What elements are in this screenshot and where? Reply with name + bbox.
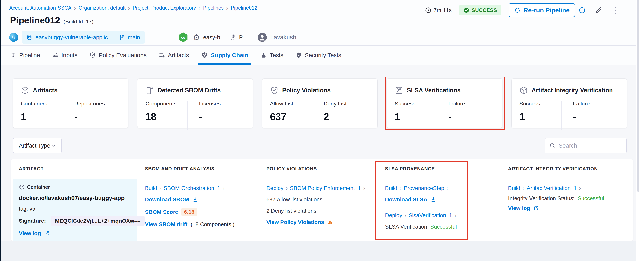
slsa-step1-link[interactable]: ProvenanceStep xyxy=(404,185,444,191)
git-branch-icon xyxy=(119,35,124,40)
sbom-score-link[interactable]: SBOM Score xyxy=(145,209,178,215)
metric-label: Allow List xyxy=(270,101,312,107)
tab-inputs[interactable]: Inputs xyxy=(52,46,78,65)
signature-label: Signature: xyxy=(19,218,46,224)
breadcrumb-account[interactable]: Account: Automation-SSCA xyxy=(9,5,72,11)
metric-label: Failure xyxy=(448,101,494,107)
metric-value: 637 xyxy=(270,111,312,122)
card-policy-violations: Policy Violations Allow List637 Deny Lis… xyxy=(262,79,378,128)
integrity-status-value: Successful xyxy=(578,195,604,202)
tab-tests[interactable]: Tests xyxy=(260,46,284,65)
tab-supply-chain[interactable]: Supply Chain xyxy=(201,46,248,65)
tab-label: Artifacts xyxy=(168,52,189,58)
artifact-cell: Container docker.io/lavakush07/easy-bugg… xyxy=(11,179,137,242)
scrollbar-thumb[interactable] xyxy=(637,0,640,192)
slsa-stage1-link[interactable]: Build xyxy=(385,185,397,191)
artifact-tag: tag: v5 xyxy=(19,206,131,212)
rerun-pipeline-button[interactable]: Re-run Pipeline xyxy=(509,3,575,17)
column-header-sbom: SBOM and Drift Analysis xyxy=(137,166,258,172)
duration-text: 7m 11s xyxy=(434,7,452,13)
view-log-link[interactable]: View log xyxy=(19,230,41,237)
gear-icon: ⚙ xyxy=(193,33,200,41)
sbom-score-badge: 6.13 xyxy=(181,208,197,216)
view-sbom-drift-link[interactable]: View SBOM drift xyxy=(145,221,188,228)
shield-check-icon xyxy=(90,52,96,58)
branch-link[interactable]: main xyxy=(128,34,140,41)
chevron-right-icon: › xyxy=(160,185,161,191)
column-header-artifact: Artifact xyxy=(11,166,137,172)
metric-value: - xyxy=(573,111,619,122)
column-header-policy: Policy Violations xyxy=(258,166,377,172)
metric-value: 1 xyxy=(395,111,436,122)
filter-bar: Artifact Type xyxy=(13,138,627,153)
sbom-step-link[interactable]: SBOM Orchestration_1 xyxy=(164,185,220,191)
execution-tabbar: Pipeline Inputs Policy Evaluations Artif… xyxy=(1,46,636,65)
breadcrumb-pipelines[interactable]: Pipelines xyxy=(203,5,224,11)
tab-label: Tests xyxy=(270,52,284,58)
integrity-step-link[interactable]: ArtifactVerification_1 xyxy=(527,185,576,191)
execution-header: Account: Automation-SSCA › Organization:… xyxy=(1,0,636,46)
chevron-down-icon xyxy=(51,143,56,148)
card-artifacts: Artifacts Containers1 Repositories- xyxy=(13,79,128,128)
pipeline-execution-page: Account: Automation-SSCA › Organization:… xyxy=(0,0,644,261)
execution-meta-row: easybuggy-vulnerable-applic... main ∞ ⚙ … xyxy=(9,31,296,44)
pill-divider xyxy=(116,33,116,41)
slsa-step2-link[interactable]: SlsaVerification_1 xyxy=(408,212,452,219)
tab-label: Pipeline xyxy=(19,52,40,58)
repo-link[interactable]: easybuggy-vulnerable-applic... xyxy=(36,34,112,41)
download-icon xyxy=(430,197,436,203)
tab-artifacts[interactable]: Artifacts xyxy=(159,46,189,65)
policy-step-link[interactable]: SBOM Policy Enforcement_1 xyxy=(290,185,361,191)
artifact-type-tag: Container xyxy=(27,184,50,190)
status-text: SUCCESS xyxy=(472,7,497,13)
edit-pipeline-button[interactable] xyxy=(595,6,602,14)
policy-stage-link[interactable]: Deploy xyxy=(266,185,284,191)
slsa-stage2-link[interactable]: Deploy xyxy=(385,212,402,219)
card-title: Artifacts xyxy=(33,87,58,94)
shield-share-icon xyxy=(201,52,208,58)
metric-label: Success xyxy=(520,101,561,107)
refresh-icon xyxy=(514,7,521,13)
breadcrumb-project[interactable]: Project: Product Exploratory xyxy=(132,5,196,11)
scrollbar[interactable] xyxy=(636,0,644,261)
breadcrumb: Account: Automation-SSCA › Organization:… xyxy=(9,5,257,11)
signature-value[interactable]: MEQCICde2Vjl...L+2+mqnOXw== xyxy=(51,216,144,226)
view-log-link[interactable]: View log xyxy=(508,205,530,211)
more-options-button[interactable]: ⋮ xyxy=(611,6,620,14)
tab-security-tests[interactable]: Security Tests xyxy=(296,46,341,65)
status-badge: SUCCESS xyxy=(459,5,501,15)
tab-label: Supply Chain xyxy=(211,52,248,58)
collapsed-sidenav-edge xyxy=(0,0,1,261)
section-divider xyxy=(251,26,252,48)
clock-icon xyxy=(425,7,431,13)
chevron-right-icon: › xyxy=(579,185,581,191)
download-slsa-link[interactable]: Download SLSA xyxy=(385,196,427,203)
chevron-right-icon: › xyxy=(223,185,224,191)
breadcrumb-pipeline012[interactable]: Pipeline012 xyxy=(231,5,257,11)
search-input[interactable] xyxy=(558,142,634,149)
metric-value: 2 xyxy=(324,111,370,122)
tab-pipeline[interactable]: Pipeline xyxy=(10,46,40,65)
download-sbom-link[interactable]: Download SBOM xyxy=(145,196,189,203)
tab-label: Policy Evaluations xyxy=(99,52,146,58)
metric-label: Deny List xyxy=(324,101,370,107)
breadcrumb-organization[interactable]: Organization: default xyxy=(78,5,126,11)
chevron-right-icon: › xyxy=(363,185,365,191)
search-box xyxy=(544,138,627,153)
metric-value: 1 xyxy=(21,111,63,122)
metric-value: - xyxy=(199,111,245,122)
artifact-type-select[interactable]: Artifact Type xyxy=(13,138,62,153)
shield-check-icon xyxy=(270,86,279,95)
sbom-stage-link[interactable]: Build xyxy=(145,185,157,191)
chevron-right-icon: › xyxy=(226,5,228,11)
summary-cards: Artifacts Containers1 Repositories- Dete… xyxy=(13,79,627,128)
view-policy-violations-link[interactable]: View Policy Violations xyxy=(266,219,324,225)
execution-info-button[interactable] xyxy=(578,7,586,14)
page-title: Pipeline012 xyxy=(10,15,60,26)
integrity-stage-link[interactable]: Build xyxy=(508,185,520,191)
tab-label: Inputs xyxy=(62,52,78,58)
repo-branch-pill: easybuggy-vulnerable-applic... main xyxy=(22,31,145,44)
tab-policy-evaluations[interactable]: Policy Evaluations xyxy=(90,46,146,65)
card-artifact-integrity: Artifact Integrity Verification Success1… xyxy=(512,79,627,128)
user-avatar xyxy=(258,33,267,42)
